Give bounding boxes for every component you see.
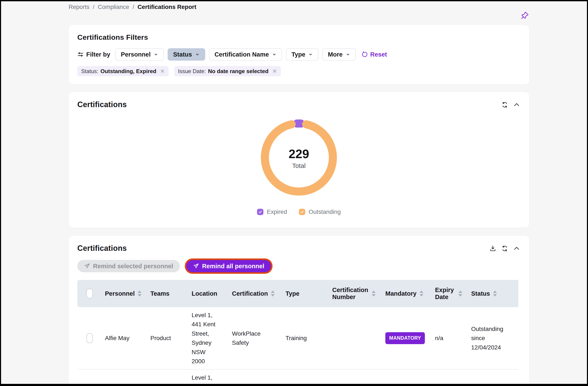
cell-teams — [147, 369, 189, 386]
legend-item-expired: Expired — [257, 208, 287, 215]
cell-status — [468, 369, 518, 386]
cell-certification: WorkPlace Safety — [229, 307, 283, 369]
table-row: Level 1, 441 Kent Street, Sydney NSW 200… — [77, 369, 518, 386]
chip-value: No date range selected — [208, 68, 269, 75]
table-card-title: Certifications — [77, 244, 127, 253]
breadcrumb-compliance[interactable]: Compliance — [98, 4, 129, 10]
cell-certification-number — [329, 307, 382, 369]
filter-by-label: Filter by — [77, 51, 110, 58]
row-checkbox[interactable] — [86, 333, 93, 343]
legend-checkbox-expired[interactable] — [257, 209, 263, 215]
chevron-down-icon — [195, 52, 200, 57]
legend-item-outstanding: Outstanding — [299, 208, 341, 215]
filter-dropdown-type[interactable]: Type — [286, 48, 319, 61]
legend-label: Expired — [267, 208, 287, 215]
certifications-filters-card: Certifications Filters Filter by Personn… — [69, 25, 529, 84]
donut-total-value: 229 — [289, 147, 309, 161]
cell-action-clipped — [518, 369, 518, 386]
chip-label: Status: — [81, 68, 98, 75]
column-header-clipped — [518, 280, 518, 307]
table-header-row: Personnel Teams Location Certification — [77, 280, 518, 307]
legend-checkbox-outstanding[interactable] — [299, 209, 305, 215]
column-header-expiry-date[interactable]: Expiry Date — [432, 280, 468, 307]
send-icon — [193, 263, 199, 269]
filter-dropdown-certification-name[interactable]: Certification Name — [209, 48, 282, 61]
breadcrumb-current-page: Certifications Report — [137, 4, 196, 10]
filter-dropdown-more[interactable]: More — [322, 48, 356, 61]
close-icon[interactable]: ✕ — [272, 68, 277, 75]
cell-expiry-date: n/a — [432, 307, 468, 369]
chevron-down-icon — [272, 52, 276, 57]
dropdown-label: Personnel — [121, 51, 151, 58]
cell-action-clipped[interactable] — [518, 307, 518, 369]
sort-icon[interactable] — [271, 291, 275, 296]
chevron-down-icon — [308, 52, 313, 57]
sort-icon[interactable] — [372, 291, 376, 296]
sort-icon[interactable] — [493, 291, 497, 296]
download-icon[interactable] — [489, 245, 497, 252]
chart-card-title: Certifications — [77, 100, 127, 109]
select-all-checkbox[interactable] — [86, 289, 93, 298]
refresh-icon[interactable] — [501, 245, 508, 252]
cell-teams: Product — [147, 307, 189, 369]
dropdown-label: Certification Name — [214, 51, 269, 58]
chip-issue-date: Issue Date: No date range selected ✕ — [174, 66, 281, 76]
certifications-table: Personnel Teams Location Certification — [77, 280, 518, 386]
legend-label: Outstanding — [309, 208, 341, 215]
cell-certification — [229, 369, 283, 386]
remind-selected-personnel-button[interactable]: Remind selected personnel — [77, 260, 180, 272]
check-icon — [300, 210, 304, 214]
dropdown-label: Type — [292, 51, 305, 58]
column-header-location: Location — [189, 280, 229, 307]
table-row: Alfie May Product Level 1, 441 Kent Stre… — [77, 307, 518, 369]
collapse-icon[interactable] — [513, 101, 521, 109]
cell-location: Level 1, 441 Kent Street, Sydney NSW 200… — [189, 369, 229, 386]
sort-icon[interactable] — [138, 291, 142, 296]
chevron-down-icon — [154, 52, 158, 57]
column-header-mandatory[interactable]: Mandatory — [382, 280, 432, 307]
remind-all-personnel-button[interactable]: Remind all personnel — [186, 260, 271, 272]
cell-status: Outstanding since 12/04/2024 — [468, 307, 518, 369]
chevron-down-icon — [346, 52, 350, 57]
send-icon — [84, 263, 90, 269]
pin-icon[interactable] — [521, 11, 529, 20]
breadcrumb-separator: / — [93, 4, 94, 10]
donut-total-label: Total — [292, 162, 305, 169]
sort-icon[interactable] — [420, 291, 423, 296]
column-header-teams: Teams — [147, 280, 189, 307]
chip-status: Status: Outstanding, Expired ✕ — [77, 66, 169, 76]
filter-row: Filter by Personnel Status Certification… — [77, 48, 521, 61]
column-header-certification-number[interactable]: Certification Number — [329, 280, 382, 307]
cell-type: Training — [283, 307, 329, 369]
active-filter-chips: Status: Outstanding, Expired ✕ Issue Dat… — [77, 66, 521, 76]
cell-personnel: Alfie May — [102, 307, 147, 369]
sort-icon[interactable] — [459, 291, 462, 296]
cell-mandatory: MANDATORY — [382, 307, 432, 369]
dropdown-label: Status — [173, 51, 192, 58]
breadcrumb-reports[interactable]: Reports — [69, 4, 89, 10]
collapse-icon[interactable] — [513, 245, 521, 252]
sliders-icon — [77, 51, 84, 58]
filter-dropdown-status[interactable]: Status — [168, 48, 205, 61]
donut-chart: 229 Total — [256, 115, 341, 201]
breadcrumb-separator: / — [133, 4, 134, 10]
certifications-chart-card: Certifications 229 — [69, 92, 529, 228]
close-icon[interactable]: ✕ — [160, 68, 165, 75]
cell-type — [283, 369, 329, 386]
cell-certification-number — [329, 369, 382, 386]
column-header-type: Type — [283, 280, 329, 307]
column-header-certification[interactable]: Certification — [229, 280, 283, 307]
filter-dropdown-personnel[interactable]: Personnel — [115, 48, 164, 61]
chip-value: Outstanding, Expired — [101, 68, 156, 75]
chip-label: Issue Date: — [178, 68, 206, 75]
cell-mandatory — [382, 369, 432, 386]
breadcrumb: Reports / Compliance / Certifications Re… — [69, 2, 529, 11]
reset-filters-button[interactable]: Reset — [361, 51, 387, 58]
app-window: Reports / Compliance / Certifications Re… — [0, 0, 588, 386]
column-header-status[interactable]: Status — [468, 280, 518, 307]
refresh-icon[interactable] — [501, 101, 508, 109]
mandatory-badge: MANDATORY — [385, 332, 425, 344]
certifications-table-card: Certifications — [69, 236, 529, 386]
filters-card-title: Certifications Filters — [77, 33, 521, 42]
column-header-personnel[interactable]: Personnel — [102, 280, 147, 307]
